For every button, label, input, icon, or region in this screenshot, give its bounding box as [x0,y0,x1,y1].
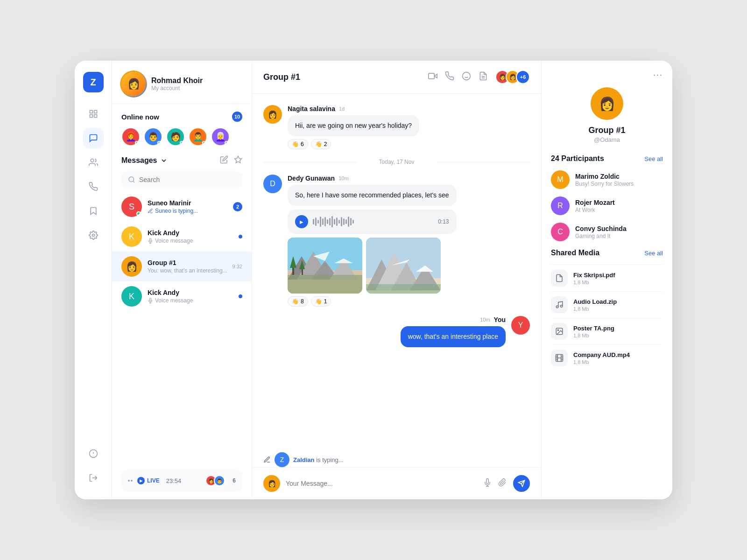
reaction-dedy-1[interactable]: 👋 8 [288,296,308,307]
nav-icon-contacts[interactable] [83,152,104,173]
chat-header: Group #1 [252,61,541,94]
reaction-dedy-2[interactable]: 👋 1 [311,296,331,307]
shared-media-label: Shared Media [551,249,599,257]
search-input[interactable] [139,176,236,183]
voice-play-btn[interactable]: ▶ [295,215,308,228]
reactions-nagita: 👋 6 👋 2 [288,139,419,149]
participants-more-badge: +6 [516,70,530,84]
participants-section-header: 24 Participants See all [551,154,663,163]
pencil-typing-icon [263,456,271,463]
live-dots [128,480,133,482]
chat-image-1[interactable] [288,238,362,294]
video-call-icon[interactable] [428,71,437,83]
nav-icon-calls[interactable] [83,176,104,197]
compose-icon[interactable] [220,155,228,166]
msg-preview-suneo: Suneo is typing... [148,208,227,214]
msg-meta-kick-andy-1 [239,235,242,238]
live-label: LIVE [147,477,160,484]
svg-rect-2 [90,115,92,118]
chat-time-dedy: 10m [338,175,348,181]
send-button[interactable] [513,475,530,492]
nav-icon-chat[interactable] [83,128,104,148]
nav-icon-bookmarks[interactable] [83,201,104,221]
media-info-zip: Audio Load.zip 1,8 Mb [573,298,663,312]
online-avatar-4[interactable]: 👨‍🦱 [189,127,207,146]
msg-preview-kick-andy-1: Voice message [148,238,233,244]
svg-point-50 [556,306,558,308]
main-chat: Group #1 [252,61,542,499]
msg-meta-kick-andy-2 [239,294,242,298]
svg-rect-35 [302,269,303,275]
nav-icon-logout[interactable] [83,468,104,488]
online-avatar-3[interactable]: 🧑 [166,127,185,146]
participant-convy: C Convy Suchinda Gaming and It [551,223,663,241]
chat-message-dedy: D Dedy Gunawan 10m So, here I have some … [263,175,530,307]
search-bar[interactable] [121,171,242,188]
p-info-marimo: Marimo Zoldic Busy! Sorry for Slowers [575,173,663,187]
media-info-pdf: Fix Skripsi.pdf 1,8 Mb [573,272,663,285]
message-input[interactable] [286,480,478,487]
chat-time-own: 10m [480,317,490,322]
star-icon[interactable] [234,155,242,166]
media-item-zip[interactable]: Audio Load.zip 1,8 Mb [551,291,663,318]
media-item-pdf[interactable]: Fix Skripsi.pdf 1,8 Mb [551,265,663,291]
svg-rect-32 [288,275,362,294]
messages-title[interactable]: Messages [121,156,168,165]
chat-sender-own: You [494,316,506,323]
chat-bubble-wrap-own: You 10m wow, that's an interesting place [401,316,506,347]
typing-avatar: Z [275,452,289,467]
online-avatar-5[interactable]: 👩‍🦳 [211,127,230,146]
user-info: Rohmad Khoir My account [151,77,203,91]
app-logo[interactable]: Z [83,72,104,92]
live-button[interactable]: ▶ LIVE [137,477,160,484]
user-name: Rohmad Khoir [151,77,203,85]
msg-name-kick-andy-2: Kick Andy [148,289,233,296]
messages-section: Messages [112,150,252,499]
typing-name: Zaldian [293,456,315,463]
user-avatar-wrap[interactable]: 👩 [121,72,146,96]
chat-avatar-nagita: 👩 [263,105,282,124]
chat-meta-dedy: Dedy Gunawan 10m [288,175,457,182]
media-item-png[interactable]: Poster TA.png 1,8 Mb [551,318,663,344]
group-handle: @Odama [551,136,663,143]
p-status-rojer: At Work [575,207,663,213]
participants-label: 24 Participants [551,154,604,163]
nav-icon-settings[interactable] [83,225,104,245]
participant-marimo: M Marimo Zoldic Busy! Sorry for Slowers [551,170,663,189]
phone-call-icon[interactable] [445,71,454,83]
online-avatar-2[interactable]: 👨 [144,127,162,146]
input-actions [483,475,530,492]
nav-icon-grid[interactable] [83,104,104,124]
group-info: 👩 Group #1 @Odama [551,87,663,143]
reaction-2[interactable]: 👋 2 [311,139,331,149]
waveform [313,216,433,227]
mic-input-icon[interactable] [483,478,492,489]
mic-icon-2 [148,298,153,303]
messages-header: Messages [112,150,252,169]
message-item-kick-andy-2[interactable]: K Kick Andy Voice message [112,281,252,311]
shared-media-see-all[interactable]: See all [644,250,663,257]
attachment-icon[interactable] [498,478,507,489]
chat-image-2[interactable] [366,238,441,294]
msg-avatar-group1: 👩 [121,256,142,277]
svg-rect-1 [94,111,97,113]
reaction-1[interactable]: 👋 6 [288,139,308,149]
online-header: Online now 10 [121,112,242,122]
message-item-kick-andy-1[interactable]: K Kick Andy Voice message [112,222,252,252]
message-item-group1[interactable]: 👩 Group #1 You: wow, that's an interesti… [112,252,252,281]
participants-see-all[interactable]: See all [644,155,663,162]
typing-suffix: is typing... [316,456,344,463]
media-icon-pdf [551,270,568,287]
more-options-button[interactable]: ··· [653,70,663,80]
message-item-suneo[interactable]: S Suneo Marinir Suneo is typing... [112,192,252,222]
chat-message-nagita: 👩 Nagita salavina 1d Hii, are we going o… [263,105,530,149]
live-bar[interactable]: ▶ LIVE 23:54 👩 👨 6 [121,469,242,492]
media-item-mp4[interactable]: Company AUD.mp4 1,8 Mb [551,344,663,371]
media-name-pdf: Fix Skripsi.pdf [573,272,663,279]
emoji-icon[interactable] [462,71,471,83]
left-navigation: Z [75,61,112,499]
chevron-down-icon [160,157,168,164]
notes-icon[interactable] [479,71,488,83]
nav-icon-info[interactable] [83,443,104,464]
online-avatar-1[interactable]: 👩‍🦰 [121,127,140,146]
